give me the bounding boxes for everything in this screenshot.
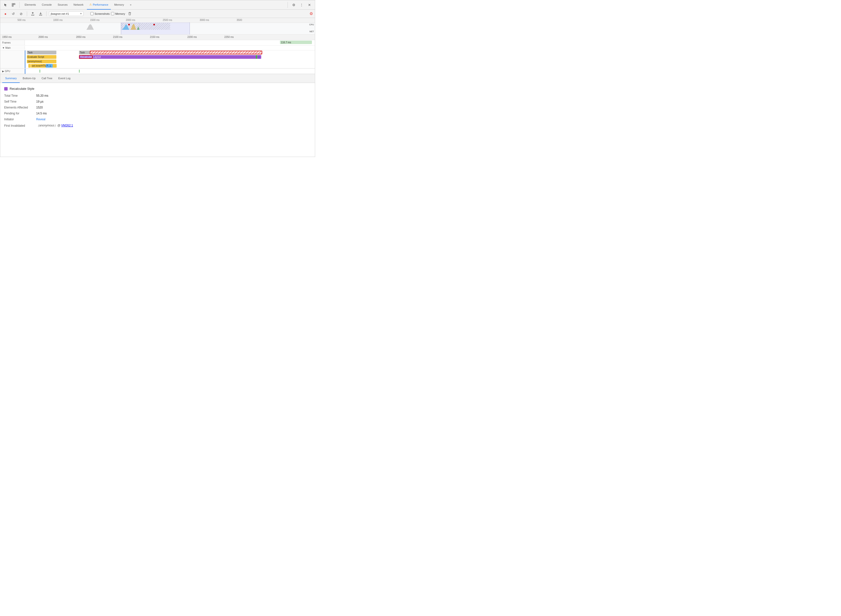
devtools-tabbar: Elements Console Sources Network ⚠ Perfo… — [0, 0, 315, 10]
svg-rect-2 — [12, 5, 13, 6]
tab-network[interactable]: Network — [71, 0, 86, 10]
tab-bottom-up[interactable]: Bottom-Up — [20, 74, 39, 83]
settings-red-icon[interactable]: ⚙ — [309, 11, 313, 16]
ruler-tick-2050: 2050 ms — [76, 36, 85, 38]
frames-content: 116.7 ms — [25, 40, 315, 45]
ruler-tick-2100: 2100 ms — [113, 36, 122, 38]
flame-small-yellow[interactable] — [28, 64, 31, 67]
more-options-icon[interactable]: ⋮ — [298, 1, 305, 8]
flame-task-2[interactable]: Task — [79, 51, 90, 54]
ruler-tick-1950: 1950 ms — [2, 36, 12, 38]
divider — [19, 2, 20, 8]
svg-marker-3 — [87, 24, 94, 30]
flame-recalculate-style[interactable]: Recalculate Style — [79, 55, 93, 59]
summary-elements-affected: Elements Affected 1520 — [4, 106, 311, 109]
cpu-label: CPU — [309, 23, 314, 26]
flame-task-hatch[interactable] — [90, 51, 262, 54]
frames-row: Frames 116.7 ms — [0, 40, 315, 45]
topbar-right: ⚙ ⋮ ✕ — [286, 1, 313, 8]
gpu-tick-1 — [40, 70, 40, 73]
tab-performance[interactable]: ⚠ Performance — [87, 0, 111, 10]
sel-border — [25, 59, 25, 64]
warning-icon: ⚠ — [90, 3, 92, 6]
flame-layout[interactable]: Layout — [93, 55, 261, 59]
performance-toolbar: ● ↺ ⊘ jlwagner.net #1 ▾ Screenshots Memo… — [0, 10, 315, 18]
divider — [46, 11, 47, 16]
ruler-tick-2000: 2000 ms — [38, 36, 48, 38]
gpu-label[interactable]: ▶ GPU — [0, 69, 25, 74]
sel-border — [25, 50, 25, 55]
main-section: ▼ Main Task Task — [0, 45, 315, 68]
ruler-tick-2200: 2200 ms — [187, 36, 197, 38]
tab-sources[interactable]: Sources — [55, 0, 70, 10]
svg-rect-1 — [14, 3, 15, 5]
overview-bar[interactable]: 500 ms 1000 ms 1500 ms 2000 ms 2500 ms 3… — [0, 18, 315, 35]
ruler-tick-2250: 2250 ms — [224, 36, 234, 38]
flame-pl[interactable]: P...L — [46, 64, 53, 67]
gpu-tick-2 — [79, 70, 79, 73]
layout-line — [259, 55, 259, 59]
flame-evaluate-script[interactable]: Evaluate Script — [27, 55, 56, 59]
url-selector[interactable]: jlwagner.net #1 ▾ — [49, 11, 84, 16]
svg-rect-0 — [12, 3, 13, 5]
flame-small-yellow-2[interactable] — [53, 64, 57, 67]
summary-first-invalidated: First Invalidated （anonymous）@ VM262:1 — [4, 123, 311, 128]
settings-icon[interactable]: ⚙ — [290, 1, 297, 8]
flame-content-3: set innerHTML P...L — [25, 64, 315, 68]
ruler-tick: 500 ms — [18, 19, 26, 21]
record-button[interactable]: ● — [2, 10, 9, 17]
bottom-tabs: Summary Bottom-Up Call Tree Event Log — [0, 74, 315, 83]
overview-selection[interactable] — [121, 22, 190, 34]
clear-button[interactable]: ⊘ — [18, 10, 24, 17]
flame-anonymous[interactable]: (anonymous) — [27, 60, 56, 63]
flame-row-3: set innerHTML P...L — [0, 64, 315, 68]
gpu-content — [25, 69, 315, 74]
flame-task-1[interactable]: Task — [27, 51, 56, 54]
flame-row-1: Evaluate Script Recalculate Style Layout — [0, 55, 315, 59]
download-button[interactable] — [37, 10, 44, 17]
reload-button[interactable]: ↺ — [10, 10, 16, 17]
memory-checkbox[interactable]: Memory — [111, 12, 125, 15]
tab-console[interactable]: Console — [40, 0, 54, 10]
vm262-link[interactable]: VM262:1 — [61, 124, 73, 127]
flame-label-0 — [0, 50, 25, 55]
flame-content-1: Evaluate Script Recalculate Style Layout — [25, 55, 315, 59]
upload-button[interactable] — [29, 10, 36, 17]
tab-more[interactable]: » — [128, 0, 134, 10]
main-header: ▼ Main — [0, 45, 315, 50]
net-label: NET — [309, 30, 314, 33]
flame-label-1 — [0, 55, 25, 59]
ruler-tick: 3000 ms — [200, 19, 209, 21]
flame-row-2: (anonymous) — [0, 59, 315, 64]
close-icon[interactable]: ✕ — [306, 1, 313, 8]
sel-border — [25, 64, 25, 68]
summary-pending-for: Pending for 14.5 ms — [4, 112, 311, 115]
tab-call-tree[interactable]: Call Tree — [39, 74, 55, 83]
trash-icon[interactable] — [126, 10, 133, 17]
tab-elements[interactable]: Elements — [22, 0, 38, 10]
ruler-tick: 1000 ms — [53, 19, 63, 21]
summary-self-time: Self Time 19 μs — [4, 100, 311, 103]
reveal-link[interactable]: Reveal — [36, 117, 45, 121]
flame-label-3 — [0, 64, 25, 68]
tab-memory[interactable]: Memory — [112, 0, 126, 10]
summary-color-swatch — [4, 87, 7, 91]
frames-label: Frames — [0, 40, 25, 45]
main-label[interactable]: ▼ Main — [0, 46, 25, 50]
layout-green-block — [256, 55, 257, 59]
ruler-tick: 2500 ms — [163, 19, 172, 21]
tab-event-log[interactable]: Event Log — [55, 74, 74, 83]
ruler-tick: 1500 ms — [90, 19, 100, 21]
timeline-container: 500 ms 1000 ms 1500 ms 2000 ms 2500 ms 3… — [0, 18, 315, 74]
sel-border — [25, 69, 25, 74]
tab-summary[interactable]: Summary — [2, 74, 20, 83]
overview-ruler: 500 ms 1000 ms 1500 ms 2000 ms 2500 ms 3… — [0, 18, 315, 23]
summary-title: Recalculate Style — [4, 87, 311, 91]
summary-total-time: Total Time 55.20 ms — [4, 94, 311, 97]
ruler-tick: 3500 — [237, 19, 242, 21]
screenshots-checkbox[interactable]: Screenshots — [90, 12, 110, 15]
inspect-icon[interactable] — [10, 1, 17, 8]
detail-ruler: 1950 ms 2000 ms 2050 ms 2100 ms 2150 ms … — [0, 35, 315, 40]
cursor-icon[interactable] — [2, 1, 9, 8]
frame-bar[interactable]: 116.7 ms — [280, 41, 312, 44]
